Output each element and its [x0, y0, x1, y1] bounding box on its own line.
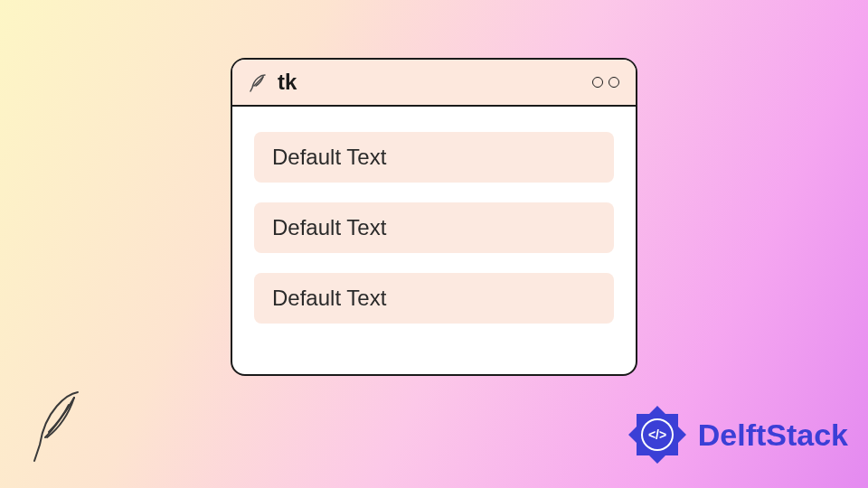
window-title: tk	[278, 70, 297, 95]
svg-text:</>: </>	[648, 427, 666, 442]
window-controls	[592, 77, 619, 88]
brand: </> DelftStack	[624, 401, 848, 468]
text-entry-3[interactable]: Default Text	[254, 273, 614, 324]
brand-name: DelftStack	[698, 418, 848, 453]
feather-icon	[247, 71, 269, 93]
text-entry-2[interactable]: Default Text	[254, 202, 614, 253]
feather-icon	[25, 387, 90, 466]
window-body: Default Text Default Text Default Text	[232, 107, 636, 349]
window-control-icon[interactable]	[609, 77, 619, 88]
tk-window: tk Default Text Default Text Default Tex…	[231, 58, 637, 376]
text-entry-1[interactable]: Default Text	[254, 132, 614, 183]
delftstack-logo-icon: </>	[624, 401, 691, 468]
window-control-icon[interactable]	[592, 77, 603, 88]
titlebar[interactable]: tk	[232, 60, 636, 107]
